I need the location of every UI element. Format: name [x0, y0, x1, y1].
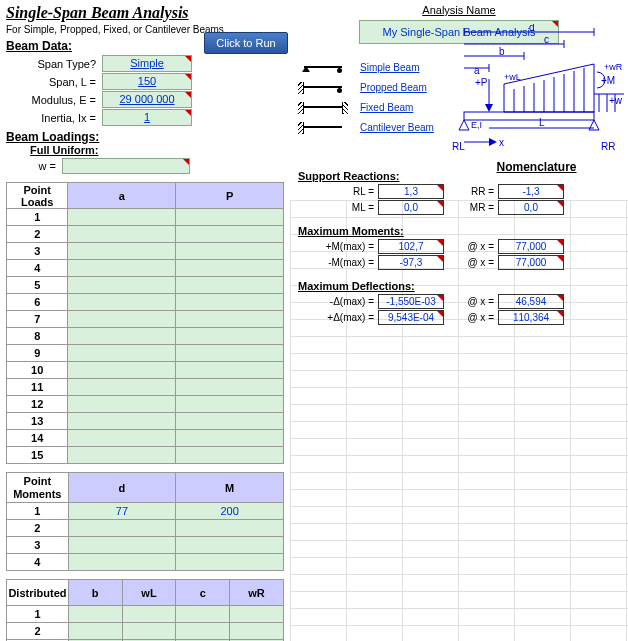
point-moment-m-cell[interactable]: 200: [176, 503, 284, 520]
point-load-a-cell[interactable]: [68, 447, 176, 464]
max-deflections-title: Maximum Deflections:: [298, 280, 620, 292]
svg-text:E,I: E,I: [471, 120, 482, 130]
point-moment-d-cell[interactable]: [68, 537, 176, 554]
fixed-beam-option[interactable]: Fixed Beam: [298, 100, 438, 114]
point-load-row-num: 7: [7, 311, 68, 328]
col-c: c: [176, 580, 230, 606]
point-moments-table: Point Moments d M 177200234: [6, 472, 284, 571]
point-load-p-cell[interactable]: [176, 294, 284, 311]
point-load-a-cell[interactable]: [68, 362, 176, 379]
point-load-p-cell[interactable]: [176, 209, 284, 226]
point-loads-table: Point Loads a P 123456789101112131415: [6, 182, 284, 464]
col-wl: wL: [122, 580, 176, 606]
inertia-input[interactable]: 1: [102, 109, 192, 126]
svg-text:x: x: [499, 137, 504, 148]
modulus-input[interactable]: 29 000 000: [102, 91, 192, 108]
point-moment-d-cell[interactable]: [68, 520, 176, 537]
propped-beam-icon: [298, 80, 348, 94]
point-load-row-num: 12: [7, 396, 68, 413]
point-load-a-cell[interactable]: [68, 209, 176, 226]
point-load-p-cell[interactable]: [176, 243, 284, 260]
point-load-p-cell[interactable]: [176, 396, 284, 413]
propped-beam-option[interactable]: Propped Beam: [298, 80, 438, 94]
point-load-a-cell[interactable]: [68, 226, 176, 243]
point-load-a-cell[interactable]: [68, 243, 176, 260]
point-load-a-cell[interactable]: [68, 430, 176, 447]
fixed-beam-icon: [298, 100, 348, 114]
point-moment-m-cell[interactable]: [176, 554, 284, 571]
point-moment-m-cell[interactable]: [176, 520, 284, 537]
point-load-a-cell[interactable]: [68, 277, 176, 294]
distributed-wr-cell[interactable]: [230, 606, 284, 623]
span-type-input[interactable]: Simple: [102, 55, 192, 72]
svg-text:b: b: [499, 46, 505, 57]
point-load-p-cell[interactable]: [176, 345, 284, 362]
point-load-row-num: 8: [7, 328, 68, 345]
distributed-c-cell[interactable]: [176, 623, 230, 640]
point-load-p-cell[interactable]: [176, 277, 284, 294]
point-load-p-cell[interactable]: [176, 362, 284, 379]
mr-value: 0,0: [498, 200, 564, 215]
point-load-a-cell[interactable]: [68, 328, 176, 345]
rl-label: RL =: [298, 186, 378, 197]
distributed-wl-cell[interactable]: [122, 623, 176, 640]
distributed-b-cell[interactable]: [68, 606, 122, 623]
point-load-a-cell[interactable]: [68, 311, 176, 328]
col-wr: wR: [230, 580, 284, 606]
distributed-c-cell[interactable]: [176, 606, 230, 623]
point-load-row-num: 2: [7, 226, 68, 243]
point-load-p-cell[interactable]: [176, 328, 284, 345]
pos-d-x-value: 110,364: [498, 310, 564, 325]
neg-d-x-label: @ x =: [462, 296, 498, 307]
svg-text:d: d: [529, 24, 535, 33]
full-uniform-label: Full Uniform:: [6, 144, 284, 156]
point-load-row-num: 9: [7, 345, 68, 362]
neg-m-x-label: @ x =: [462, 257, 498, 268]
point-moment-row-num: 3: [7, 537, 69, 554]
point-load-row-num: 11: [7, 379, 68, 396]
point-load-a-cell[interactable]: [68, 396, 176, 413]
cantilever-beam-icon: [298, 120, 348, 134]
pos-d-value: 9,543E-04: [378, 310, 444, 325]
nomenclature-diagram: d c b a +P +wL +wR +M +w E,I L RL RR x N…: [449, 24, 624, 174]
point-load-p-cell[interactable]: [176, 226, 284, 243]
point-moment-d-cell[interactable]: [68, 554, 176, 571]
neg-m-label: -M(max) =: [298, 257, 378, 268]
point-moment-row-num: 2: [7, 520, 69, 537]
span-input[interactable]: 150: [102, 73, 192, 90]
point-moment-m-cell[interactable]: [176, 537, 284, 554]
point-load-a-cell[interactable]: [68, 413, 176, 430]
col-m: M: [176, 473, 284, 503]
point-load-row-num: 4: [7, 260, 68, 277]
point-load-p-cell[interactable]: [176, 413, 284, 430]
distributed-b-cell[interactable]: [68, 623, 122, 640]
point-load-p-cell[interactable]: [176, 430, 284, 447]
distributed-wl-cell[interactable]: [122, 606, 176, 623]
svg-text:a: a: [474, 65, 480, 76]
point-load-p-cell[interactable]: [176, 447, 284, 464]
w-input[interactable]: [62, 158, 190, 174]
run-button[interactable]: Click to Run: [204, 32, 288, 54]
neg-d-label: -Δ(max) =: [298, 296, 378, 307]
max-moments-title: Maximum Moments:: [298, 225, 620, 237]
point-load-p-cell[interactable]: [176, 379, 284, 396]
simple-beam-option[interactable]: Simple Beam: [298, 60, 438, 74]
rr-label: RR =: [462, 186, 498, 197]
ml-label: ML =: [298, 202, 378, 213]
point-load-p-cell[interactable]: [176, 311, 284, 328]
point-moment-row-num: 4: [7, 554, 69, 571]
point-moment-d-cell[interactable]: 77: [68, 503, 176, 520]
point-load-a-cell[interactable]: [68, 345, 176, 362]
point-load-p-cell[interactable]: [176, 260, 284, 277]
point-load-a-cell[interactable]: [68, 379, 176, 396]
distributed-wr-cell[interactable]: [230, 623, 284, 640]
pos-m-x-value: 77,000: [498, 239, 564, 254]
cantilever-beam-option[interactable]: Cantilever Beam: [298, 120, 438, 134]
point-load-a-cell[interactable]: [68, 294, 176, 311]
neg-d-value: -1,550E-03: [378, 294, 444, 309]
point-load-row-num: 3: [7, 243, 68, 260]
mr-label: MR =: [462, 202, 498, 213]
analysis-name-label: Analysis Name: [298, 4, 620, 16]
point-load-a-cell[interactable]: [68, 260, 176, 277]
point-load-row-num: 1: [7, 209, 68, 226]
